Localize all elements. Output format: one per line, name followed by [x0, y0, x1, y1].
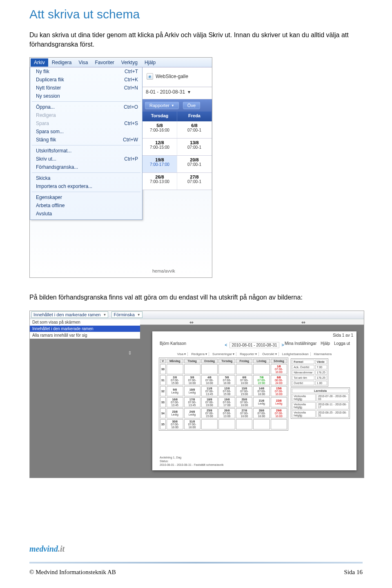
larm-table: LarmlistaVeckovila helgtjg2010-07-28 - 2… [291, 387, 350, 419]
frame-option[interactable]: Alla ramars innehåll var för sig [30, 332, 140, 339]
sub-toolbar-item[interactable]: Klarmarkera [312, 352, 334, 356]
toolbar-bg: e WebSlice-galle [143, 67, 212, 87]
preview-toolbar: Innehållet i den markerade ramen▼ Förmin… [30, 311, 364, 319]
menu-item[interactable]: Spara som... [30, 127, 142, 136]
menu-favoriter[interactable]: Favoriter [92, 58, 118, 67]
user-name: Björn Karlsson [160, 341, 186, 346]
frame-option[interactable]: Innehållet i den markerade ramen [30, 326, 140, 332]
date-range-field[interactable]: 8-01 - 2010-08-31 ▾ [143, 87, 212, 99]
sub-toolbar-item[interactable]: Översikt ▾ [261, 352, 279, 356]
menu-item: Redigera [30, 111, 142, 119]
menu-redigera[interactable]: Redigera [49, 58, 75, 67]
webslice-text: WebSlice-galle [156, 74, 188, 79]
menu-item: SparaCtrl+S [30, 119, 142, 127]
sub-toolbar: Visa ▾Redigera ▾Summeringar ▾Rapporter ▾… [159, 352, 350, 356]
meta-panel: FormelVärdeAck. Övertid7.00Närvarotimmar… [291, 358, 350, 431]
menu-item[interactable]: Avsluta [30, 210, 142, 218]
sub-toolbar-item[interactable]: Summeringar ▾ [211, 352, 236, 356]
vertical-ruler-mark-icon[interactable]: ⇕ [128, 350, 133, 356]
screenshot-arkiv-menu: ArkivRedigeraVisaFavoriterVerktygHjälp N… [29, 57, 212, 278]
header-link[interactable]: Mina Inställningar [285, 341, 316, 346]
menu-item[interactable]: Öppna...Ctrl+O [30, 103, 142, 111]
menu-arkiv[interactable]: Arkiv [31, 58, 48, 67]
date-range-box[interactable]: 2010-08-01 - 2010-08-31 [229, 342, 279, 348]
menubar: ArkivRedigeraVisaFavoriterVerktygHjälp [30, 58, 212, 67]
calendar-cell[interactable]: 27/807:00-1 [177, 173, 212, 190]
menu-item[interactable]: Förhandsgranska... [30, 163, 142, 171]
menu-item[interactable]: Utskriftsformat... [30, 147, 142, 155]
webslice-label: e WebSlice-galle [147, 73, 188, 80]
menu-item[interactable]: Importera och exportera... [30, 182, 142, 190]
screenshot-print-preview: Innehållet i den markerade ramen▼ Förmin… [29, 311, 364, 478]
date-range-text: 8-01 - 2010-08-31 [146, 89, 185, 95]
preview-page: Sida 1 av 1 Björn Karlsson < 2010-08-01 … [152, 331, 356, 470]
frame-option[interactable]: Det som visas på skärmen [30, 319, 140, 326]
menu-item[interactable]: Skriv ut...Ctrl+P [30, 155, 142, 163]
horizontal-ruler: ⇔ ⇔ [140, 319, 364, 325]
page-title: Att skriva ut schema [29, 7, 363, 21]
arkiv-dropdown: Ny flikCtrl+TDuplicera flikCtrl+KNytt fö… [30, 67, 143, 220]
day-header: Freda [177, 112, 212, 121]
preview-footer: Avdelning 1, DagStatus:2010-08-01 - 2010… [160, 456, 223, 467]
medvind-logo: medvind.it [29, 544, 65, 554]
sub-toolbar-item[interactable]: Rapporter ▾ [238, 352, 259, 356]
frame-options-list: Det som visas på skärmenInnehållet i den… [30, 319, 140, 339]
menu-item[interactable]: Ny session [30, 92, 142, 100]
page-counter: Sida 1 av 1 [333, 333, 353, 338]
shrink-combo[interactable]: Förminska▼ [111, 311, 142, 318]
menu-hjälp[interactable]: Hjälp [141, 58, 159, 67]
oversikt-button[interactable]: Öve [183, 102, 200, 109]
menu-verktyg[interactable]: Verktyg [118, 58, 141, 67]
day-header-row: TorsdagFreda [143, 112, 212, 121]
menu-item[interactable]: Ny flikCtrl+T [30, 67, 142, 76]
frame-select-combo[interactable]: Innehållet i den markerade ramen▼ [31, 311, 108, 318]
menu-visa[interactable]: Visa [75, 58, 91, 67]
calendar-cell[interactable]: 20/807:00-1 [177, 156, 212, 172]
calendar-grid: 5/87:00-16:006/807:00-112/87:00-15:0013/… [143, 121, 212, 190]
ruler-mark-icon[interactable]: ⇔ [189, 320, 194, 325]
menu-item[interactable]: Nytt fönsterCtrl+N [30, 84, 142, 92]
menu-item[interactable]: Stäng flikCtrl+W [30, 136, 142, 144]
status-line: hema/avvik [152, 268, 208, 273]
calendar-cell[interactable]: 6/807:00-1 [177, 121, 212, 138]
menu-item[interactable]: Arbeta offline [30, 201, 142, 210]
calendar-cell[interactable]: 19/87:00-17:00 [143, 156, 177, 172]
header-link[interactable]: Logga ut [334, 341, 350, 346]
menu-item[interactable]: Skicka [30, 174, 142, 182]
preview-left-pane: ⇕ [30, 346, 140, 478]
sub-toolbar-item[interactable]: Redigera ▾ [189, 352, 209, 356]
copyright: © Medvind Informationsteknik AB [29, 569, 116, 576]
prev-arrow-icon[interactable]: < [225, 343, 227, 347]
webslice-icon: e [147, 73, 153, 80]
calendar-table: VMåndagTisdagOnsdagTorsdagFredagLördagSö… [159, 358, 288, 431]
action-row: Rapporter▼ Öve [143, 99, 212, 112]
next-arrow-icon[interactable]: > [282, 343, 284, 347]
rapporter-button[interactable]: Rapporter▼ [145, 102, 179, 109]
calendar-cell[interactable]: 12/87:00-15:00 [143, 139, 177, 155]
calendar-cell[interactable]: 26/87:00-13:00 [143, 173, 177, 190]
page-number: Sida 16 [344, 569, 363, 576]
menu-item[interactable]: Duplicera flikCtrl+K [30, 76, 142, 84]
ruler-mark-icon[interactable]: ⇔ [301, 320, 305, 325]
header-link[interactable]: Hjälp [321, 341, 330, 346]
calendar-cell[interactable]: 5/87:00-16:00 [143, 121, 177, 138]
day-header: Torsdag [143, 112, 177, 121]
calendar-cell[interactable]: 13/807:00-1 [177, 139, 212, 155]
menu-item[interactable]: Egenskaper [30, 193, 142, 201]
info-table: FormelVärdeAck. Övertid7.00Närvarotimmar… [291, 358, 328, 387]
sub-toolbar-item[interactable]: Ledighetsansökan [281, 352, 311, 356]
sub-toolbar-item[interactable]: Visa ▾ [176, 352, 188, 356]
footer-divider [29, 561, 363, 563]
intro-text: Du kan skriva ut dina tider genom att kl… [29, 30, 363, 49]
mid-text: På bilden förhandsgranska finns val att … [29, 293, 363, 302]
